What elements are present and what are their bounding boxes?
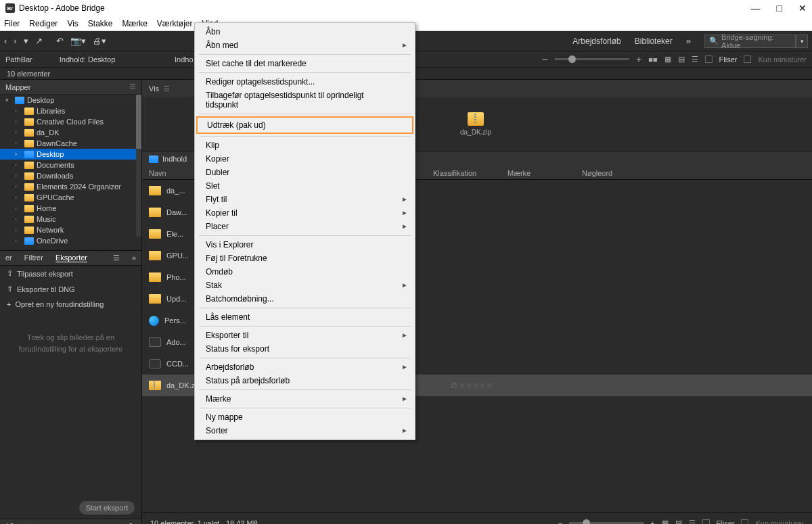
zoom-in-icon[interactable]: + [650,519,654,525]
view-menu-icon[interactable]: ☰ [163,85,170,93]
status-bar: 10 elementer, 1 valgt - 18,42 MB − + ▦ ▤… [142,513,812,524]
camera-icon[interactable]: 📷▾ [70,36,86,46]
tree-item-music[interactable]: ›Music [0,214,141,224]
minimize-button[interactable]: ― [751,3,761,14]
search-input[interactable]: 🔍 Bridge-søgning: Aktue [704,34,796,48]
menu-vis[interactable]: Vis [67,19,78,28]
tree-item-creative-cloud-files[interactable]: ›Creative Cloud Files [0,116,141,127]
tree-item-libraries[interactable]: ›Libraries [0,105,141,116]
ctx-føj-til-foretrukne[interactable]: Føj til Foretrukne [195,252,415,265]
ctx-vis-i-explorer[interactable]: Vis i Explorer [195,238,415,252]
ctx-status-for-eksport[interactable]: Status for eksport [195,342,415,356]
nav-back-icon[interactable]: ‹ [4,36,7,46]
zoom-out-icon[interactable]: − [542,53,548,66]
menu-stakke[interactable]: Stakke [88,19,113,28]
ctx-placer[interactable]: Placer► [195,220,415,233]
nav-forward-icon[interactable]: › [14,36,16,46]
zoom-out-icon[interactable]: − [558,519,562,525]
ctx-klip[interactable]: Klip [195,139,415,152]
tab-er[interactable]: er [5,254,12,262]
ctx-lås-element[interactable]: Lås element [195,310,415,324]
zoom-slider[interactable] [555,58,629,60]
tree-item-gpucache[interactable]: ›GPUCache [0,192,141,203]
ctx-kopier[interactable]: Kopier [195,152,415,166]
ctx-sorter[interactable]: Sorter► [195,424,415,437]
close-button[interactable]: ✕ [798,3,807,14]
tree-item-elements-2024-organizer[interactable]: ›Elements 2024 Organizer [0,181,141,192]
tiles-checkbox[interactable] [705,55,713,63]
ctx-slet-cache-til-det-markerede[interactable]: Slet cache til det markerede [195,57,415,70]
view-grid2-icon[interactable]: ▤ [675,519,682,524]
ctx-stak[interactable]: Stak► [195,279,415,292]
menu-separator [199,358,411,358]
chevron-right-icon: ► [401,331,408,339]
rating[interactable]: ∅☆☆☆☆☆ [451,381,493,390]
col-key[interactable]: Nøgleord [582,169,805,177]
search-dropdown-button[interactable]: ▾ [796,34,808,48]
panel-menu-icon[interactable]: ☰ [129,82,136,91]
col-class[interactable]: Klassifikation [433,169,508,177]
only-thumbs-checkbox[interactable] [744,55,751,63]
tree-item-onedrive[interactable]: ›OneDrive [0,235,141,246]
create-preset[interactable]: + Opret en ny forudindstilling [0,297,141,312]
export-dng[interactable]: ⇧ Eksporter til DNG [0,281,141,297]
ctx-udtræk-pak-ud-[interactable]: Udtræk (pak ud) [196,116,413,134]
tree-item-network[interactable]: ›Network [0,224,141,235]
menu-filer[interactable]: Filer [4,19,20,28]
col-brand[interactable]: Mærke [508,169,582,177]
menu-rediger[interactable]: Rediger [29,19,58,28]
tree-root-desktop[interactable]: ▾ Desktop [0,95,141,105]
nav-recent-icon[interactable]: ▾ [24,36,28,46]
ctx-eksporter-til[interactable]: Eksporter til► [195,329,415,342]
tree-item-home[interactable]: ›Home [0,203,141,214]
tree-item-downloads[interactable]: ›Downloads [0,170,141,181]
tree-item-dawncache[interactable]: ›DawnCache [0,138,141,149]
ctx-slet[interactable]: Slet [195,179,415,193]
tab-workflow[interactable]: Arbejdsforløb [572,37,621,46]
ctx-åbn[interactable]: Åbn [195,25,415,39]
tab-libraries[interactable]: Biblioteker [635,37,673,46]
tree-scrollbar[interactable] [136,95,141,237]
tab-filter[interactable]: Filtrer [24,254,43,262]
overflow-icon[interactable]: » [132,254,136,262]
content-tab[interactable]: Indhold [162,155,187,163]
content-tab-label[interactable]: Indho [175,55,194,64]
view-grid-icon[interactable]: ▦ [662,519,669,524]
tab-export[interactable]: Eksporter [55,254,87,262]
menu-maerke[interactable]: Mærke [122,19,148,28]
ctx-tilbagefør-optagelsestidspunkt-til-oprindeligt-tidspunkt[interactable]: Tilbagefør optagelsestidspunkt til oprin… [195,89,415,112]
maximize-button[interactable]: □ [777,3,782,14]
menu-vaerktojer[interactable]: Værktøjer [157,19,193,28]
ctx-status-på-arbejdsforløb[interactable]: Status på arbejdsforløb [195,374,415,387]
ctx-dubler[interactable]: Dubler [195,166,415,179]
ctx-flyt-til[interactable]: Flyt til► [195,193,415,206]
view-grid2-icon[interactable]: ▤ [678,55,685,64]
ctx-arbejdsforløb[interactable]: Arbejdsforløb► [195,360,415,374]
nav-up-icon[interactable]: ↗ [35,36,43,46]
ctx-mærke[interactable]: Mærke► [195,392,415,406]
preview-thumbnail[interactable]: da_DK.zip [460,112,491,136]
tree-item-da_dk[interactable]: ›da_DK [0,127,141,138]
start-export-button[interactable]: Start eksport [79,501,135,515]
tree-item-documents[interactable]: ›Documents [0,160,141,170]
panel-menu-icon[interactable]: ☰ [113,254,120,262]
overflow-icon[interactable]: » [686,36,691,46]
thumbs-checkbox-bottom[interactable] [741,519,748,524]
output-icon[interactable]: 🖨▾ [93,36,106,46]
view-grid-icon[interactable]: ▦ [664,55,671,64]
zoom-in-icon[interactable]: + [636,54,641,65]
ctx-rediger-optagelsestidspunkt-[interactable]: Rediger optagelsestidspunkt... [195,75,415,89]
chevron-right-icon: ► [401,222,408,230]
view-list-icon[interactable]: ☰ [689,519,696,524]
boomerang-icon[interactable]: ↶ [56,36,64,46]
tiles-checkbox-bottom[interactable] [702,519,710,524]
ctx-ny-mappe[interactable]: Ny mappe [195,410,415,424]
export-custom[interactable]: ⇧ Tilpasset eksport [0,266,141,281]
tree-item-desktop[interactable]: ›Desktop [0,149,141,160]
view-lock-icon[interactable]: ■■ [648,55,657,64]
ctx-åbn-med[interactable]: Åbn med► [195,39,415,52]
ctx-kopier-til[interactable]: Kopier til► [195,206,415,220]
view-list-icon[interactable]: ☰ [692,55,698,64]
ctx-batchomdøbning-[interactable]: Batchomdøbning... [195,292,415,306]
ctx-omdøb[interactable]: Omdøb [195,265,415,279]
